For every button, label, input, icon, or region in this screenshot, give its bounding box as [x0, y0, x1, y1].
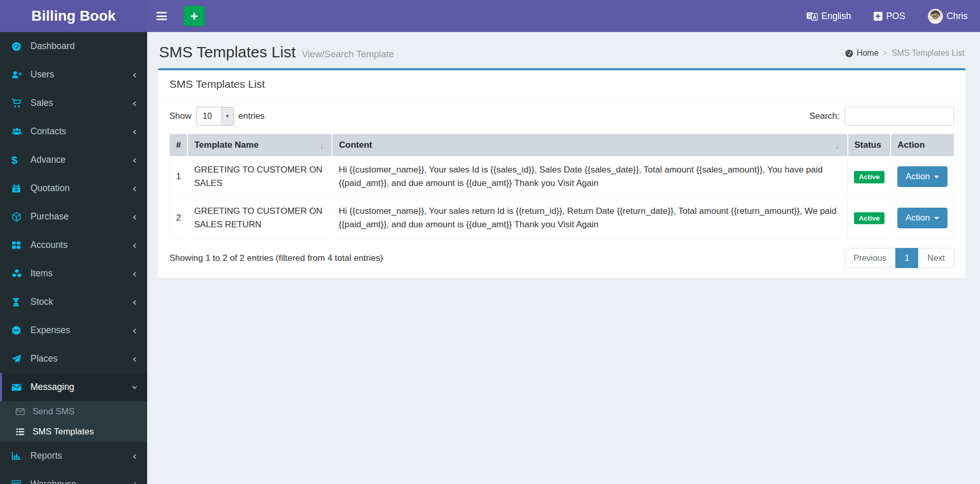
action-dropdown-button[interactable]: Action: [897, 208, 947, 228]
table-icon: [11, 479, 25, 484]
sidebar-item-messaging[interactable]: Messaging ‹: [0, 373, 147, 401]
sidebar-item-label: Reports: [30, 450, 132, 461]
column-header-action[interactable]: Action: [891, 134, 954, 157]
column-header-label: Content: [339, 140, 372, 150]
template-content-cell: Hi {{customer_name}}, Your sales return …: [332, 197, 847, 239]
sidebar-item-reports[interactable]: Reports ‹: [0, 442, 147, 470]
sidebar-item-label: Stock: [30, 296, 132, 307]
sidebar-item-accounts[interactable]: Accounts ‹: [0, 231, 147, 259]
template-content-cell: Hi {{customer_name}}, Your sales Id is {…: [332, 157, 847, 198]
show-label: Show: [169, 111, 192, 121]
sidebar-item-contacts[interactable]: Contacts ‹: [0, 117, 147, 146]
dollar-icon: $: [11, 154, 25, 166]
sidebar-item-advance[interactable]: $ Advance ‹: [0, 146, 147, 174]
sidebar-item-stock[interactable]: Stock ‹: [0, 288, 147, 316]
pagination-previous-button[interactable]: Previous: [844, 248, 896, 268]
username: Chris: [946, 11, 968, 22]
breadcrumb-current: SMS Templates List: [892, 49, 965, 58]
page-length-select[interactable]: 10 ▼: [196, 107, 234, 126]
quick-add-button[interactable]: +: [183, 6, 205, 26]
action-button-label: Action: [906, 171, 930, 182]
pagination-next-button[interactable]: Next: [918, 248, 954, 268]
sidebar-item-items[interactable]: Items ‹: [0, 259, 147, 288]
sidebar-item-label: SMS Templates: [33, 427, 94, 437]
bar-chart-icon: [11, 451, 25, 461]
sidebar-item-expenses[interactable]: Expenses ‹: [0, 316, 147, 345]
envelope-outline-icon: [15, 408, 28, 416]
envelope-icon: [11, 383, 25, 392]
sidebar-item-label: Purchase: [30, 211, 132, 222]
pagination-page-1-button[interactable]: 1: [895, 248, 919, 268]
messaging-submenu: Send SMS SMS Templates: [0, 401, 147, 442]
chevron-left-icon: ‹: [132, 479, 137, 484]
column-header-content[interactable]: Content ↓↑: [332, 134, 847, 157]
caret-down-icon: [934, 217, 939, 220]
sms-templates-panel: SMS Templates List Show 10 ▼ entries Sea…: [158, 68, 966, 278]
page-length-value: 10: [197, 107, 222, 125]
search-label: Search:: [809, 111, 840, 121]
chevron-left-icon: ‹: [132, 154, 137, 166]
chevron-left-icon: ‹: [132, 353, 137, 365]
breadcrumb: Home > SMS Templates List: [845, 49, 965, 58]
column-header-status[interactable]: Status: [848, 134, 891, 157]
sidebar-item-label: Contacts: [30, 126, 132, 137]
cube-icon: [11, 212, 25, 222]
chevron-left-icon: ‹: [132, 183, 137, 194]
app-brand[interactable]: Billing Book: [0, 0, 147, 32]
table-row: 2 GREETING TO CUSTOMER ON SALES RETURN H…: [170, 197, 954, 239]
breadcrumb-home-link[interactable]: Home: [845, 49, 879, 58]
plus-icon: +: [190, 9, 198, 23]
status-badge: Active: [854, 171, 884, 183]
sort-icon: ↓↑: [835, 141, 841, 150]
cubes-icon: [11, 269, 25, 279]
list-icon: [15, 427, 28, 436]
sidebar-item-quotation[interactable]: Quotation ‹: [0, 174, 147, 202]
chevron-left-icon: ‹: [132, 268, 137, 279]
cart-icon: [11, 98, 25, 108]
hamburger-icon: [156, 10, 167, 22]
column-header-num[interactable]: #: [170, 134, 188, 157]
caret-down-icon: [934, 176, 939, 178]
sidebar-item-sales[interactable]: Sales ‹: [0, 89, 147, 117]
sidebar-item-label: Expenses: [30, 325, 132, 336]
sidebar-item-users[interactable]: Users ‹: [0, 60, 147, 89]
column-header-label: Template Name: [194, 140, 258, 150]
sidebar-item-purchase[interactable]: Purchase ‹: [0, 202, 147, 231]
pos-label: POS: [886, 11, 905, 22]
row-number: 2: [170, 197, 188, 239]
chevron-left-icon: ‹: [132, 325, 137, 336]
search-input[interactable]: [845, 107, 954, 126]
breadcrumb-separator: >: [883, 49, 888, 58]
action-dropdown-button[interactable]: Action: [897, 166, 947, 187]
sidebar-item-places[interactable]: Places ‹: [0, 345, 147, 373]
sidebar-item-label: Sales: [30, 98, 132, 108]
chevron-left-icon: ‹: [132, 126, 137, 137]
chevron-down-icon: ‹: [129, 385, 140, 389]
table-row: 1 GREETING TO CUSTOMER ON SALES Hi {{cus…: [170, 157, 954, 198]
sidebar-item-label: Items: [30, 268, 132, 279]
paper-plane-icon: [11, 354, 25, 364]
dashboard-icon: [11, 41, 25, 52]
pos-button[interactable]: POS: [874, 11, 905, 22]
chevron-left-icon: ‹: [132, 98, 137, 109]
template-name-cell: GREETING TO CUSTOMER ON SALES: [187, 157, 332, 198]
language-menu[interactable]: English: [807, 11, 851, 22]
hourglass-icon: [11, 297, 25, 307]
column-header-template-name[interactable]: Template Name ↓↑: [187, 134, 332, 157]
sidebar-toggle-button[interactable]: [147, 0, 176, 32]
sidebar-item-dashboard[interactable]: Dashboard: [0, 32, 147, 60]
sidebar-item-send-sms[interactable]: Send SMS: [0, 401, 147, 421]
sidebar-item-sms-templates[interactable]: SMS Templates: [0, 421, 147, 442]
chevron-left-icon: ‹: [132, 69, 137, 81]
sidebar-item-label: Quotation: [30, 183, 132, 194]
sidebar-item-label: Advance: [30, 154, 132, 165]
user-menu[interactable]: Chris: [928, 9, 968, 24]
language-label: English: [821, 11, 851, 22]
plus-square-icon: [874, 12, 882, 21]
row-number: 1: [170, 157, 188, 198]
chevron-left-icon: ‹: [132, 296, 137, 308]
sidebar-item-label: Places: [30, 353, 132, 364]
entries-label: entries: [239, 111, 265, 121]
sidebar-item-warehouse[interactable]: Warehouse ‹: [0, 470, 147, 484]
action-button-label: Action: [906, 213, 930, 223]
